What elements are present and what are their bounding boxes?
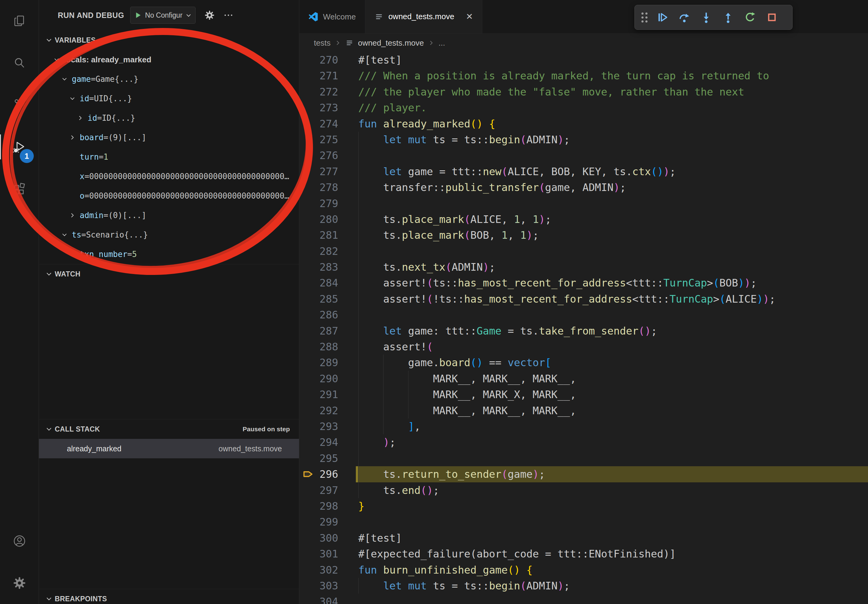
chevron-right-icon[interactable]: [69, 212, 76, 218]
variables-section-header[interactable]: VARIABLES: [39, 30, 299, 50]
close-icon[interactable]: ✕: [466, 12, 473, 21]
drag-handle-icon[interactable]: [642, 12, 648, 23]
variable-name: turn: [80, 152, 99, 161]
call-stack-frame[interactable]: already_marked owned_tests.move: [39, 439, 299, 458]
search-icon: [12, 56, 26, 70]
step-into-button[interactable]: [696, 7, 716, 27]
step-over-button[interactable]: [674, 7, 694, 27]
line-number[interactable]: 276: [317, 147, 338, 163]
line-number[interactable]: 295: [317, 451, 338, 466]
line-number[interactable]: 301: [317, 546, 338, 562]
line-number[interactable]: 297: [317, 482, 338, 498]
line-number[interactable]: 277: [317, 164, 338, 180]
accounts-button[interactable]: [0, 520, 39, 562]
watch-section-header[interactable]: WATCH: [39, 264, 299, 284]
variable-row[interactable]: board = (9)[...]: [39, 128, 299, 147]
chevron-down-icon[interactable]: [54, 57, 60, 63]
line-number[interactable]: 273: [317, 100, 338, 116]
step-out-button[interactable]: [718, 7, 738, 27]
line-number[interactable]: 291: [317, 387, 338, 403]
line-number[interactable]: 282: [317, 243, 338, 259]
call-stack-section-header[interactable]: CALL STACK Paused on step: [39, 419, 299, 439]
line-number[interactable]: 280: [317, 211, 338, 227]
restart-button[interactable]: [740, 7, 760, 27]
line-number[interactable]: 293: [317, 418, 338, 434]
line-number[interactable]: 272: [317, 84, 338, 100]
variable-row[interactable]: admin = (0)[...]: [39, 206, 299, 225]
code-line: 284 assert!(ts::has_most_recent_for_addr…: [299, 275, 868, 291]
breadcrumb-item-tests[interactable]: tests: [314, 38, 330, 48]
frame-name: already_marked: [67, 444, 121, 453]
variable-row[interactable]: ts = Scenario{...}: [39, 225, 299, 245]
variable-name: id: [88, 113, 97, 122]
variable-row[interactable]: o = 000000000000000000000000000000000000…: [39, 186, 299, 206]
chevron-right-icon[interactable]: [69, 135, 76, 141]
code-line: 290 MARK__, MARK__, MARK__,: [299, 371, 868, 387]
sidebar-item-source-control[interactable]: [0, 84, 39, 126]
chevron-down-icon: [186, 12, 192, 18]
line-number[interactable]: 302: [317, 562, 338, 578]
tab-label: owned_tests.move: [388, 12, 454, 21]
line-number[interactable]: 298: [317, 498, 338, 514]
code-line: 279: [299, 195, 868, 211]
section-label: BREAKPOINTS: [55, 595, 107, 603]
line-number[interactable]: 270: [317, 52, 338, 68]
debug-config-dropdown[interactable]: No Configur: [130, 7, 195, 24]
launch-settings-button[interactable]: [204, 10, 215, 21]
chevron-right-icon[interactable]: [77, 115, 83, 121]
line-number[interactable]: 271: [317, 68, 338, 84]
line-number[interactable]: 274: [317, 116, 338, 132]
line-number[interactable]: 303: [317, 578, 338, 594]
line-number[interactable]: 285: [317, 291, 338, 307]
sidebar-item-run-and-debug[interactable]: 1: [0, 126, 39, 168]
line-number[interactable]: 281: [317, 227, 338, 243]
chevron-down-icon[interactable]: [62, 232, 68, 238]
line-number[interactable]: 284: [317, 275, 338, 291]
sidebar-item-extensions[interactable]: [0, 168, 39, 210]
code-line: 276: [299, 147, 868, 163]
frame-file: owned_tests.move: [219, 444, 282, 453]
stop-button[interactable]: [762, 7, 782, 27]
line-number[interactable]: 289: [317, 355, 338, 370]
line-number[interactable]: 287: [317, 323, 338, 339]
continue-button[interactable]: [653, 7, 673, 27]
views-more-actions-button[interactable]: [223, 10, 234, 21]
line-number[interactable]: 292: [317, 403, 338, 418]
variable-row[interactable]: turn = 1: [39, 147, 299, 167]
line-number[interactable]: 299: [317, 514, 338, 530]
tab-welcome[interactable]: Welcome: [299, 0, 365, 34]
code-line: 270#[test]: [299, 52, 868, 68]
code-line: 277 let game = ttt::new(ALICE, BOB, KEY,…: [299, 164, 868, 180]
variables-scope-row[interactable]: locals: already_marked: [39, 50, 299, 69]
line-number[interactable]: 278: [317, 180, 338, 195]
chevron-right-icon: [428, 40, 434, 46]
breadcrumb-item-file[interactable]: owned_tests.move: [358, 38, 424, 48]
debug-step-into-icon: [701, 12, 712, 23]
chevron-down-icon[interactable]: [69, 96, 76, 102]
variable-row[interactable]: txn_number = 5: [39, 245, 299, 264]
line-number[interactable]: 283: [317, 259, 338, 275]
settings-gear-icon: [12, 576, 26, 590]
breadcrumb-item-symbol[interactable]: ...: [439, 38, 445, 48]
line-number[interactable]: 286: [317, 307, 338, 323]
code-line: 301#[expected_failure(abort_code = ttt::…: [299, 546, 868, 562]
variable-row[interactable]: game = Game{...}: [39, 69, 299, 89]
code-editor[interactable]: 270#[test]271/// When a position is alre…: [299, 52, 868, 604]
variable-row[interactable]: id = UID{...}: [39, 89, 299, 108]
line-number[interactable]: 290: [317, 371, 338, 387]
manage-button[interactable]: [0, 562, 39, 604]
variable-row[interactable]: id = ID{...}: [39, 108, 299, 128]
line-number[interactable]: 275: [317, 132, 338, 147]
variable-row[interactable]: x = 000000000000000000000000000000000000…: [39, 167, 299, 186]
line-number[interactable]: 300: [317, 530, 338, 546]
tab-owned-tests[interactable]: owned_tests.move ✕: [365, 0, 482, 34]
line-number[interactable]: 296: [317, 466, 338, 482]
breakpoints-section-header[interactable]: BREAKPOINTS: [39, 589, 299, 604]
sidebar-item-search[interactable]: [0, 42, 39, 84]
line-number[interactable]: 304: [317, 594, 338, 604]
sidebar-item-explorer[interactable]: [0, 0, 39, 42]
line-number[interactable]: 288: [317, 339, 338, 355]
line-number[interactable]: 294: [317, 434, 338, 450]
line-number[interactable]: 279: [317, 195, 338, 211]
chevron-down-icon[interactable]: [62, 76, 68, 82]
